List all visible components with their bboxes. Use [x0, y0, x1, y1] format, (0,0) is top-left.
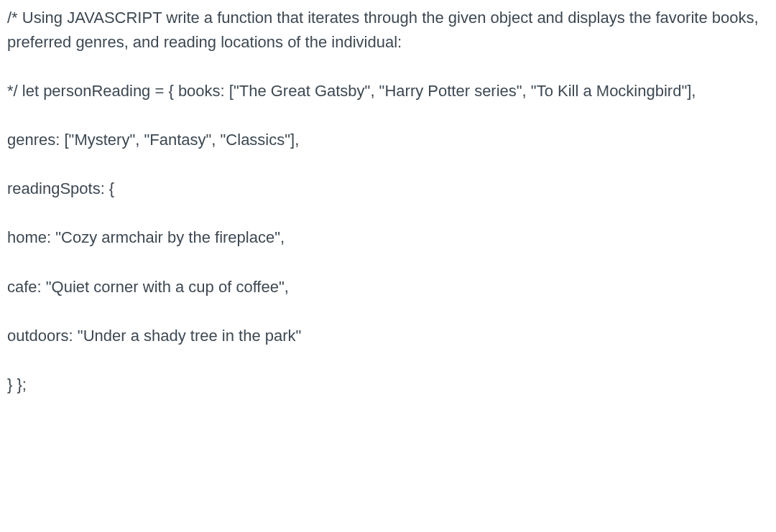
code-readingspots-open: readingSpots: { — [7, 177, 769, 201]
code-let-declaration: */ let personReading = { books: ["The Gr… — [7, 79, 769, 103]
code-outdoors: outdoors: "Under a shady tree in the par… — [7, 324, 769, 348]
code-close: } }; — [7, 373, 769, 397]
comment-instruction: /* Using JAVASCRIPT write a function tha… — [7, 6, 769, 55]
code-genres: genres: ["Mystery", "Fantasy", "Classics… — [7, 128, 769, 152]
code-home: home: "Cozy armchair by the fireplace", — [7, 225, 769, 250]
code-cafe: cafe: "Quiet corner with a cup of coffee… — [7, 275, 769, 299]
